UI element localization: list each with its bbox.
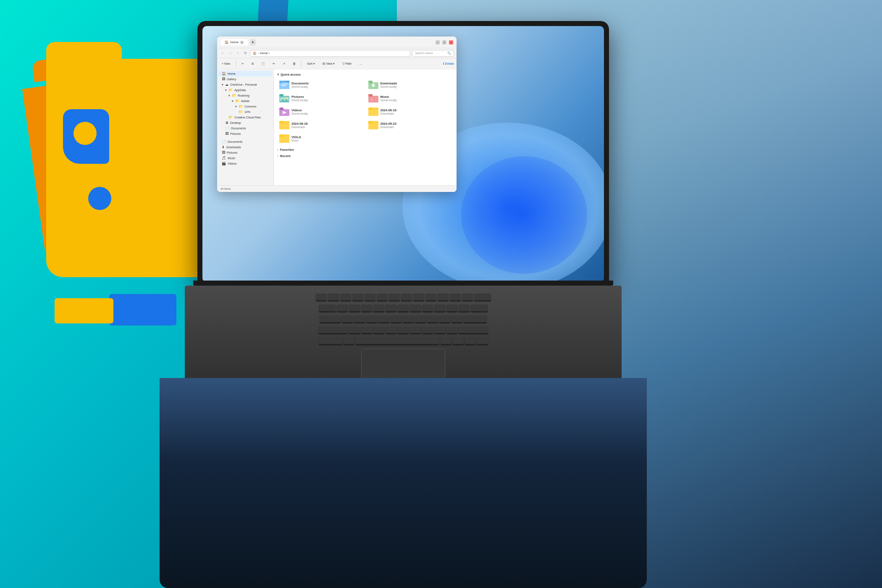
new-tab-btn[interactable]: + [249, 39, 256, 46]
key[interactable] [328, 294, 339, 301]
key[interactable] [427, 315, 438, 323]
folder-downloads[interactable]: Downloads Stored locally [366, 79, 454, 91]
recent-toggle[interactable]: › [277, 154, 278, 158]
details-btn[interactable]: ℹ Details [443, 62, 454, 66]
key[interactable] [361, 304, 372, 312]
folder-2024-09-18[interactable]: 2024-09-18 Downloads [277, 119, 365, 131]
new-btn[interactable]: + New [220, 61, 232, 66]
key[interactable] [378, 315, 389, 323]
key[interactable] [343, 337, 354, 345]
share-btn[interactable]: ↗ [281, 61, 287, 66]
key[interactable] [377, 294, 388, 301]
key[interactable] [337, 304, 348, 312]
key[interactable] [425, 294, 436, 301]
key[interactable] [386, 304, 396, 312]
key[interactable] [441, 337, 452, 345]
sidebar-item-docs[interactable]: 📄 Documents [218, 126, 272, 131]
folder-2024-09-23[interactable]: 2024-09-23 Downloads [366, 119, 454, 131]
folder-pictures[interactable]: Pictures Stored locally [277, 92, 365, 104]
key[interactable] [318, 326, 348, 334]
sidebar-item-onedrive[interactable]: ▾ ☁ OneDrive - Personal [218, 82, 272, 87]
key[interactable] [459, 326, 488, 334]
key[interactable] [459, 304, 470, 312]
spacebar[interactable] [355, 337, 439, 345]
quick-access-toggle[interactable]: ▾ [277, 73, 279, 76]
key[interactable] [471, 304, 488, 312]
key[interactable] [415, 315, 426, 323]
key[interactable] [398, 304, 409, 312]
sidebar-item-documents2[interactable]: 📄 Documents [218, 139, 272, 144]
sidebar-item-roaming[interactable]: ▾ 📁 Roaming [218, 93, 272, 98]
key[interactable] [446, 304, 457, 312]
key[interactable] [410, 304, 421, 312]
key[interactable] [386, 326, 396, 334]
delete-btn[interactable]: 🗑 [291, 61, 298, 66]
key[interactable] [349, 326, 360, 334]
key[interactable] [477, 337, 488, 345]
forward-btn[interactable]: → [227, 50, 233, 56]
maximize-btn[interactable]: □ [442, 40, 446, 45]
key[interactable] [439, 315, 450, 323]
folder-viola[interactable]: VIOLA Music [277, 133, 365, 144]
key[interactable] [319, 304, 336, 312]
folder-music[interactable]: ♪ Music Stored locally [366, 92, 454, 104]
view-btn[interactable]: ⊞ View ▾ [320, 61, 337, 66]
key[interactable] [403, 315, 414, 323]
key[interactable] [446, 326, 457, 334]
sidebar-item-appdata[interactable]: ▾ 📁 AppData [218, 87, 272, 93]
cut-btn[interactable]: ✂ [239, 61, 246, 66]
sidebar-item-common[interactable]: ▾ 📁 Common [218, 104, 272, 109]
key[interactable] [413, 294, 424, 301]
key[interactable] [474, 294, 491, 301]
key[interactable] [352, 294, 363, 301]
key[interactable] [462, 294, 473, 301]
key[interactable] [434, 304, 445, 312]
tab-close-btn[interactable]: × [240, 41, 244, 44]
sidebar-item-videos[interactable]: 🎬 Videos [218, 161, 272, 166]
key[interactable] [316, 294, 327, 301]
key[interactable] [391, 315, 402, 323]
tab-home[interactable]: 🏠 Home × [220, 39, 248, 45]
sidebar-item-pics[interactable]: 🖼 Pictures [218, 131, 272, 136]
key[interactable] [465, 337, 476, 345]
back-btn[interactable]: ← [220, 50, 226, 56]
key[interactable] [389, 294, 400, 301]
favorites-toggle[interactable]: › [277, 148, 278, 152]
close-btn[interactable]: × [449, 40, 453, 45]
sidebar-item-home[interactable]: 🏠 Home [218, 71, 272, 76]
search-box[interactable]: Search Home 🔍 [412, 50, 454, 57]
key[interactable] [373, 326, 384, 334]
key[interactable] [464, 315, 487, 323]
key[interactable] [438, 294, 449, 301]
key[interactable] [450, 294, 461, 301]
key[interactable] [422, 326, 433, 334]
filter-btn[interactable]: ▽ Filter [340, 61, 354, 66]
sidebar-item-creative[interactable]: 📁 Creative Cloud Files [218, 115, 272, 120]
explorer-window[interactable]: 🏠 Home × + − □ × [217, 37, 457, 192]
sidebar-item-10pct[interactable]: 📁 10% [218, 109, 272, 115]
key[interactable] [320, 315, 341, 323]
key[interactable] [373, 304, 384, 312]
sidebar-item-adobe[interactable]: ▾ 📁 Adobe [218, 98, 272, 104]
key[interactable] [365, 294, 375, 301]
key[interactable] [319, 337, 342, 345]
key[interactable] [366, 315, 377, 323]
sidebar-item-music[interactable]: 🎵 Music [218, 155, 272, 161]
rename-btn[interactable]: ✏ [270, 61, 277, 66]
key[interactable] [342, 315, 353, 323]
sort-btn[interactable]: Sort ▾ [305, 61, 317, 66]
more-btn[interactable]: ... [357, 61, 364, 66]
key[interactable] [340, 294, 351, 301]
folder-videos[interactable]: Videos Stored locally [277, 106, 365, 118]
folder-2024-09-16[interactable]: 2024-09-16 Downloads [366, 106, 454, 118]
minimize-btn[interactable]: − [436, 40, 440, 45]
paste-btn[interactable]: 📋 [259, 61, 267, 66]
key[interactable] [398, 326, 409, 334]
key[interactable] [422, 304, 433, 312]
folder-documents[interactable]: Documents Stored locally [277, 79, 365, 91]
key[interactable] [349, 304, 360, 312]
sidebar-item-downloads[interactable]: ⬇ Downloads [218, 144, 272, 150]
key[interactable] [452, 315, 462, 323]
key[interactable] [401, 294, 412, 301]
key[interactable] [453, 337, 464, 345]
